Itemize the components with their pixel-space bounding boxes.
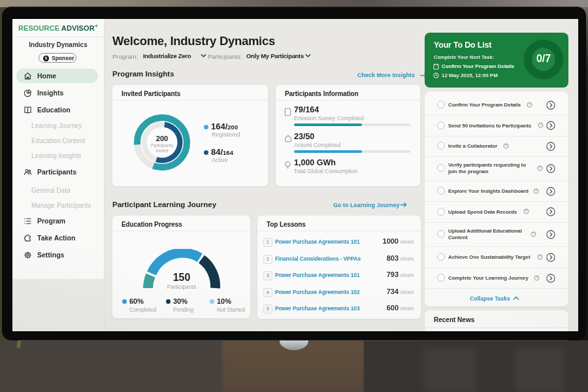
svg-text:?: ? <box>532 232 534 236</box>
svg-text:?: ? <box>535 189 537 193</box>
svg-text:?: ? <box>529 103 531 106</box>
svg-text:?: ? <box>525 209 527 213</box>
svg-text:?: ? <box>539 255 541 259</box>
svg-text:?: ? <box>539 166 541 170</box>
svg-text:?: ? <box>505 144 507 148</box>
svg-text:?: ? <box>536 276 538 280</box>
svg-text:?: ? <box>540 123 542 127</box>
